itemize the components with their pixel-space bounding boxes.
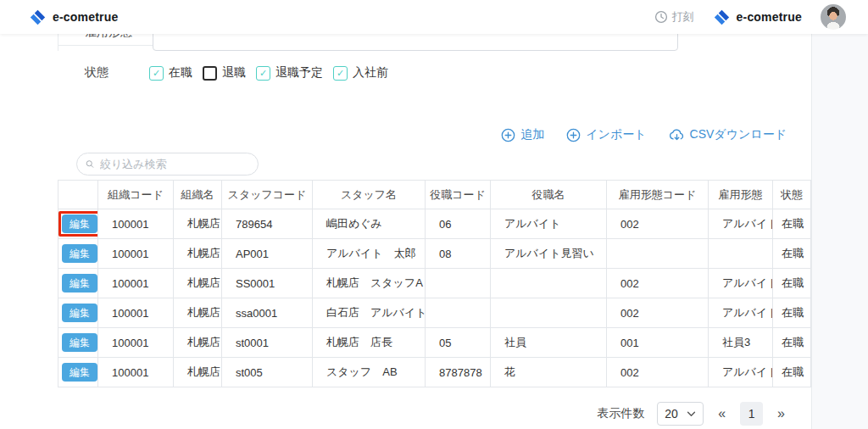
edit-button-wrap: 編集 — [58, 330, 98, 355]
checkbox-checked-icon[interactable]: ✓ — [333, 66, 348, 81]
table-cell: 在職 — [773, 239, 811, 269]
table-cell — [426, 269, 491, 298]
avatar[interactable] — [821, 4, 846, 30]
per-page-value: 20 — [665, 407, 678, 421]
table-cell: アルバイト — [709, 209, 773, 239]
edit-button-wrap: 編集 — [58, 300, 98, 326]
table-cell: 100001 — [98, 298, 174, 328]
table-cell: 札幌店 — [174, 269, 222, 298]
logo-text: e-cometrue — [737, 10, 802, 24]
current-page-button[interactable]: 1 — [740, 402, 763, 426]
column-header: 雇用形態 — [709, 181, 773, 209]
table-cell: 社員3 — [709, 328, 773, 358]
table-cell: 札幌店 — [174, 298, 222, 328]
table-cell: 05 — [426, 328, 491, 358]
search-box — [76, 153, 259, 176]
add-label: 追加 — [520, 127, 544, 142]
plus-circle-icon — [501, 128, 515, 142]
table-cell: AP001 — [222, 239, 313, 269]
status-checkbox-label: 入社前 — [353, 65, 388, 81]
table-cell: スタッフ AB — [313, 358, 426, 387]
prev-page-button[interactable]: « — [716, 406, 727, 421]
status-checkbox-退職予定[interactable]: ✓退職予定 — [256, 65, 323, 81]
table-cell: 札幌店 — [174, 358, 222, 387]
table-cell — [426, 298, 491, 328]
form-border-line — [58, 34, 58, 51]
status-options: ✓在職退職✓退職予定✓入社前 — [149, 65, 388, 81]
edit-cell: 編集 — [58, 358, 98, 387]
csv-download-button[interactable]: CSVダウンロード — [669, 127, 787, 142]
table-cell: 札幌店 — [174, 328, 222, 358]
add-button[interactable]: 追加 — [501, 127, 544, 142]
edit-button[interactable]: 編集 — [62, 274, 97, 292]
status-checkbox-label: 在職 — [169, 65, 192, 81]
table-cell: 789654 — [222, 209, 313, 239]
per-page-select[interactable]: 20 — [657, 402, 704, 426]
table-cell: 002 — [607, 358, 709, 387]
import-label: インポート — [586, 127, 646, 142]
table-cell: 100001 — [98, 209, 174, 239]
table-cell: 100001 — [98, 239, 174, 269]
csv-download-label: CSVダウンロード — [690, 127, 787, 142]
table-cell: アルバイト — [491, 209, 607, 239]
table-cell: 札幌店 店長 — [313, 328, 426, 358]
table-cell: 002 — [607, 298, 709, 328]
logo-icon — [713, 8, 731, 26]
column-header: 組織コード — [98, 181, 174, 209]
edit-cell: 編集 — [58, 298, 98, 328]
plus-circle-icon — [566, 128, 581, 142]
edit-button[interactable]: 編集 — [62, 244, 97, 263]
status-checkbox-入社前[interactable]: ✓入社前 — [333, 65, 388, 81]
table-row: 編集100001札幌店SS0001札幌店 スタッフA002アルバイト在職 — [58, 269, 811, 298]
table-cell: st0001 — [222, 328, 313, 358]
chevron-down-icon — [687, 411, 696, 417]
checkbox-checked-icon[interactable]: ✓ — [149, 66, 164, 81]
check-icon: ✓ — [259, 69, 267, 78]
table-cell: アルバイト — [709, 298, 773, 328]
table-cell: 在職 — [773, 209, 811, 239]
status-checkbox-在職[interactable]: ✓在職 — [149, 65, 192, 81]
table-cell: st005 — [222, 358, 313, 387]
table-row: 編集100001札幌店ssa0001白石店 アルバイト002アルバイト在職 — [58, 298, 811, 328]
import-button[interactable]: インポート — [566, 127, 646, 142]
punch-button[interactable]: 打刻 — [654, 9, 694, 25]
table-cell: アルバイト — [709, 269, 773, 298]
column-header: 役職コード — [426, 181, 491, 209]
table-cell — [607, 239, 709, 269]
edit-button[interactable]: 編集 — [62, 304, 97, 322]
checkbox-unchecked-icon[interactable] — [203, 66, 217, 81]
edit-button-wrap: 編集 — [58, 241, 98, 266]
next-page-button[interactable]: » — [776, 406, 787, 421]
table-cell: 在職 — [773, 269, 811, 298]
table-cell: アルバイト — [709, 358, 773, 387]
brand-logo-left[interactable]: e-cometrue — [29, 8, 118, 26]
status-filter-row: 状態 ✓在職退職✓退職予定✓入社前 — [85, 65, 388, 81]
cloud-download-icon — [669, 128, 685, 142]
right-background-panel — [811, 34, 868, 429]
column-header — [58, 181, 98, 209]
edit-button[interactable]: 編集 — [62, 363, 97, 382]
table-cell: ssa0001 — [222, 298, 313, 328]
table-cell — [709, 239, 773, 269]
table-cell: 札幌店 スタッフA — [313, 269, 426, 298]
table-cell: アルバイト見習い — [491, 239, 607, 269]
checkbox-checked-icon[interactable]: ✓ — [256, 66, 270, 81]
status-checkbox-退職[interactable]: 退職 — [203, 65, 246, 81]
table-cell: 002 — [607, 269, 709, 298]
form-border-line — [58, 45, 153, 46]
status-checkbox-label: 退職予定 — [275, 65, 323, 81]
table-cell: 在職 — [773, 328, 811, 358]
logo-icon — [29, 8, 47, 26]
table-cell: 002 — [607, 209, 709, 239]
check-icon: ✓ — [153, 69, 160, 78]
table-cell: アルバイト 太郎 — [313, 239, 426, 269]
table-cell: 在職 — [773, 298, 811, 328]
search-input[interactable] — [100, 158, 249, 170]
table-cell: 100001 — [98, 328, 174, 358]
check-icon: ✓ — [337, 69, 344, 78]
edit-button[interactable]: 編集 — [62, 214, 97, 233]
edit-cell: 編集 — [58, 209, 98, 239]
edit-button-wrap: 編集 — [58, 359, 98, 385]
column-header: 状態 — [773, 181, 811, 209]
edit-button[interactable]: 編集 — [62, 333, 97, 352]
